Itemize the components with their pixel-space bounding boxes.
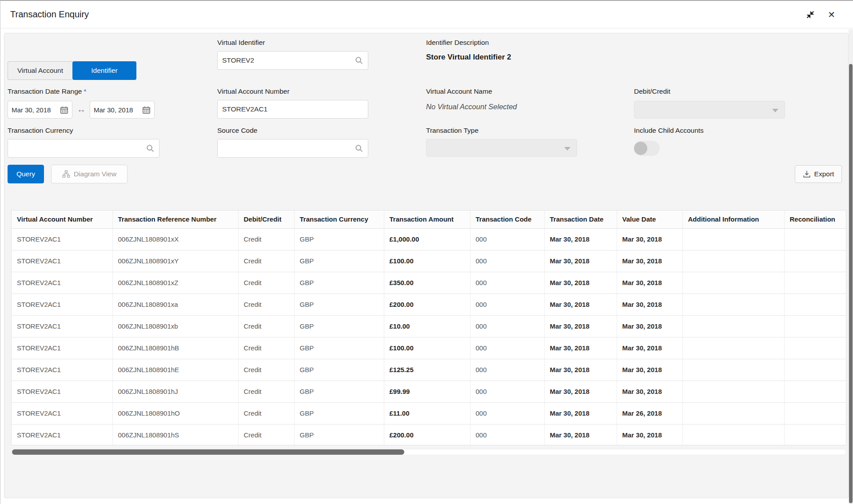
cell-virtual-account-number: STOREV2AC1 bbox=[12, 228, 112, 250]
export-button[interactable]: Export bbox=[795, 165, 842, 183]
cell-reconciliation bbox=[784, 402, 846, 424]
identifier-description-label: Identifier Description bbox=[426, 39, 489, 47]
close-icon[interactable]: ✕ bbox=[828, 10, 835, 19]
cell-debit-credit: Credit bbox=[238, 337, 294, 359]
cell-transaction-reference-number: 006ZJNL1808901xb bbox=[112, 315, 238, 337]
cell-transaction-amount: £100.00 bbox=[384, 250, 470, 272]
cell-reconciliation bbox=[784, 315, 846, 337]
cell-value-date: Mar 30, 2018 bbox=[617, 337, 682, 359]
calendar-icon[interactable] bbox=[142, 106, 151, 114]
column-header-virtual-account-number[interactable]: Virtual Account Number bbox=[12, 210, 112, 228]
date-from-input[interactable]: Mar 30, 2018 bbox=[8, 101, 72, 119]
identifier-description-value: Store Virtual Identifier 2 bbox=[426, 53, 511, 62]
collapse-icon[interactable] bbox=[805, 10, 815, 20]
cell-transaction-currency: GBP bbox=[294, 272, 384, 294]
cell-value-date: Mar 30, 2018 bbox=[617, 250, 682, 272]
cell-transaction-currency: GBP bbox=[294, 228, 384, 250]
table-row[interactable]: STOREV2AC1006ZJNL1808901xXCreditGBP£1,00… bbox=[12, 228, 846, 250]
table-row[interactable]: STOREV2AC1006ZJNL1808901hECreditGBP£125.… bbox=[12, 359, 846, 381]
virtual-identifier-label: Virtual Identifier bbox=[217, 39, 265, 47]
filter-panel: Virtual Account Identifier Virtual Ident… bbox=[4, 33, 849, 498]
cell-transaction-date: Mar 30, 2018 bbox=[544, 424, 617, 445]
search-icon[interactable] bbox=[146, 144, 155, 153]
cell-transaction-currency: GBP bbox=[294, 402, 384, 424]
column-header-debit-credit[interactable]: Debit/Credit bbox=[238, 210, 294, 228]
cell-debit-credit: Credit bbox=[238, 381, 294, 402]
source-code-input[interactable] bbox=[217, 139, 368, 158]
table-row[interactable]: STOREV2AC1006ZJNL1808901xaCreditGBP£200.… bbox=[12, 294, 846, 315]
date-to-value: Mar 30, 2018 bbox=[94, 106, 142, 114]
table-row[interactable]: STOREV2AC1006ZJNL1808901xYCreditGBP£100.… bbox=[12, 250, 846, 272]
virtual-account-number-input[interactable]: STOREV2AC1 bbox=[217, 100, 368, 119]
cell-value-date: Mar 30, 2018 bbox=[617, 315, 682, 337]
transaction-type-label: Transaction Type bbox=[426, 127, 478, 135]
query-button[interactable]: Query bbox=[8, 165, 44, 183]
transaction-date-range-label: Transaction Date Range* bbox=[8, 87, 86, 95]
table-row[interactable]: STOREV2AC1006ZJNL1808901hOCreditGBP£11.0… bbox=[12, 402, 846, 424]
cell-virtual-account-number: STOREV2AC1 bbox=[12, 272, 112, 294]
cell-transaction-reference-number: 006ZJNL1808901hB bbox=[112, 337, 238, 359]
virtual-account-tab[interactable]: Virtual Account bbox=[8, 61, 72, 80]
cell-transaction-code: 000 bbox=[470, 381, 544, 402]
cell-transaction-amount: £99.99 bbox=[384, 381, 470, 402]
cell-transaction-reference-number: 006ZJNL1808901hO bbox=[112, 402, 238, 424]
transactions-table: Virtual Account NumberTransaction Refere… bbox=[11, 210, 846, 445]
cell-transaction-amount: £200.00 bbox=[384, 294, 470, 315]
cell-additional-information bbox=[682, 250, 784, 272]
cell-transaction-currency: GBP bbox=[294, 424, 384, 445]
cell-transaction-date: Mar 30, 2018 bbox=[544, 402, 617, 424]
cell-additional-information bbox=[682, 424, 784, 445]
cell-reconciliation bbox=[784, 359, 846, 381]
column-header-reconciliation[interactable]: Reconciliation bbox=[784, 210, 846, 228]
cell-virtual-account-number: STOREV2AC1 bbox=[12, 402, 112, 424]
cell-transaction-amount: £1,000.00 bbox=[384, 228, 470, 250]
cell-debit-credit: Credit bbox=[238, 315, 294, 337]
table-row[interactable]: STOREV2AC1006ZJNL1808901hBCreditGBP£100.… bbox=[12, 337, 846, 359]
include-child-accounts-toggle[interactable] bbox=[634, 141, 660, 156]
cell-reconciliation bbox=[784, 381, 846, 402]
transactions-table-head-row: Virtual Account NumberTransaction Refere… bbox=[12, 210, 846, 228]
cell-reconciliation bbox=[784, 337, 846, 359]
column-header-transaction-reference-number[interactable]: Transaction Reference Number bbox=[112, 210, 238, 228]
diagram-view-label: Diagram View bbox=[74, 170, 116, 178]
cell-debit-credit: Credit bbox=[238, 272, 294, 294]
table-row[interactable]: STOREV2AC1006ZJNL1808901xbCreditGBP£10.0… bbox=[12, 315, 846, 337]
date-to-input[interactable]: Mar 30, 2018 bbox=[90, 101, 155, 119]
cell-virtual-account-number: STOREV2AC1 bbox=[12, 315, 112, 337]
download-icon bbox=[803, 170, 811, 178]
table-row[interactable]: STOREV2AC1006ZJNL1808901hSCreditGBP£200.… bbox=[12, 424, 846, 445]
cell-reconciliation bbox=[784, 424, 846, 445]
vertical-scrollbar-track[interactable] bbox=[849, 29, 853, 504]
virtual-account-name-value: No Virtual Account Selected bbox=[426, 103, 517, 111]
search-icon[interactable] bbox=[355, 144, 363, 153]
virtual-identifier-input[interactable]: STOREV2 bbox=[217, 51, 368, 70]
search-icon[interactable] bbox=[355, 56, 363, 65]
debit-credit-dropdown[interactable] bbox=[634, 101, 785, 119]
cell-debit-credit: Credit bbox=[238, 294, 294, 315]
cell-transaction-code: 000 bbox=[470, 402, 544, 424]
transaction-type-dropdown[interactable] bbox=[426, 139, 577, 157]
cell-transaction-code: 000 bbox=[470, 272, 544, 294]
transaction-currency-input[interactable] bbox=[8, 139, 159, 158]
vertical-scrollbar-thumb[interactable] bbox=[849, 64, 853, 503]
virtual-identifier-value: STOREV2 bbox=[222, 56, 352, 64]
column-header-value-date[interactable]: Value Date bbox=[617, 210, 682, 228]
cell-transaction-reference-number: 006ZJNL1808901hE bbox=[112, 359, 238, 381]
column-header-transaction-date[interactable]: Transaction Date bbox=[544, 210, 617, 228]
column-header-transaction-currency[interactable]: Transaction Currency bbox=[294, 210, 384, 228]
identifier-tab[interactable]: Identifier bbox=[72, 61, 136, 80]
cell-transaction-currency: GBP bbox=[294, 381, 384, 402]
column-header-transaction-code[interactable]: Transaction Code bbox=[470, 210, 544, 228]
table-row[interactable]: STOREV2AC1006ZJNL1808901hJCreditGBP£99.9… bbox=[12, 381, 846, 402]
cell-value-date: Mar 30, 2018 bbox=[617, 424, 682, 445]
diagram-view-button[interactable]: Diagram View bbox=[51, 165, 128, 183]
calendar-icon[interactable] bbox=[60, 106, 68, 114]
horizontal-scrollbar-thumb[interactable] bbox=[12, 449, 404, 455]
table-row[interactable]: STOREV2AC1006ZJNL1808901xZCreditGBP£350.… bbox=[12, 272, 846, 294]
column-header-additional-information[interactable]: Additional Information bbox=[682, 210, 784, 228]
virtual-account-number-value: STOREV2AC1 bbox=[222, 105, 363, 113]
horizontal-scrollbar-track[interactable] bbox=[11, 449, 846, 455]
cell-virtual-account-number: STOREV2AC1 bbox=[12, 359, 112, 381]
cell-transaction-amount: £100.00 bbox=[384, 337, 470, 359]
column-header-transaction-amount[interactable]: Transaction Amount bbox=[384, 210, 470, 228]
